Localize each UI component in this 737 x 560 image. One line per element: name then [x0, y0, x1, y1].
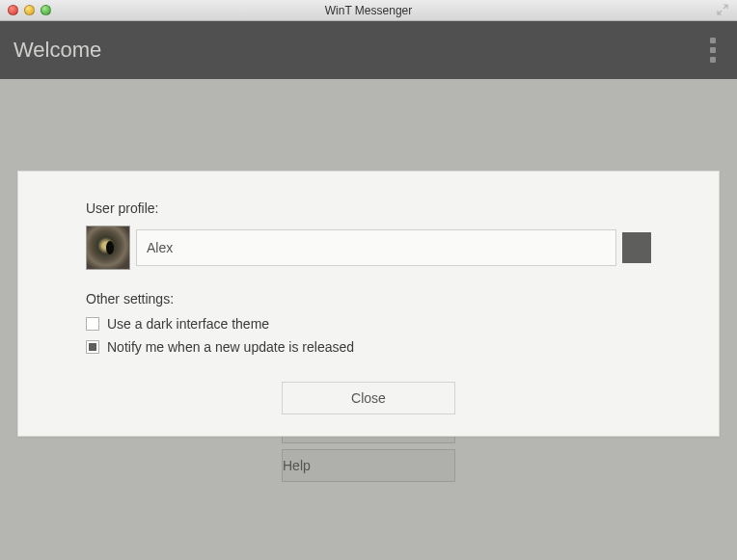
- close-window-button[interactable]: [8, 5, 18, 15]
- profile-row: [86, 226, 651, 270]
- window-controls: [8, 5, 51, 15]
- color-picker-button[interactable]: [622, 232, 651, 263]
- menu-button[interactable]: [702, 30, 723, 70]
- close-button[interactable]: Close: [282, 382, 455, 414]
- titlebar: WinT Messenger: [0, 0, 737, 21]
- page-title: Welcome: [14, 38, 101, 63]
- notify-update-checkbox[interactable]: [86, 340, 99, 354]
- other-settings-label: Other settings:: [86, 291, 651, 307]
- minimize-window-button[interactable]: [24, 5, 35, 15]
- help-button[interactable]: Help: [282, 449, 455, 482]
- dark-theme-checkbox[interactable]: [86, 317, 99, 331]
- user-profile-label: User profile:: [86, 200, 651, 216]
- content-area: News Help User profile: Other settings: …: [0, 79, 737, 560]
- window-title: WinT Messenger: [325, 4, 412, 17]
- dark-theme-row: Use a dark interface theme: [86, 316, 651, 332]
- modal-footer: Close: [86, 382, 651, 414]
- username-input[interactable]: [136, 229, 616, 266]
- dark-theme-label: Use a dark interface theme: [107, 316, 269, 332]
- notify-update-row: Notify me when a new update is released: [86, 339, 651, 355]
- menu-dot-icon: [710, 57, 716, 63]
- fullscreen-icon[interactable]: [716, 3, 729, 16]
- settings-modal: User profile: Other settings: Use a dark…: [17, 171, 720, 437]
- menu-dot-icon: [710, 38, 716, 43]
- notify-update-label: Notify me when a new update is released: [107, 339, 354, 355]
- app-header: Welcome: [0, 21, 737, 79]
- menu-dot-icon: [710, 47, 716, 53]
- zoom-window-button[interactable]: [41, 5, 51, 15]
- avatar[interactable]: [86, 226, 130, 270]
